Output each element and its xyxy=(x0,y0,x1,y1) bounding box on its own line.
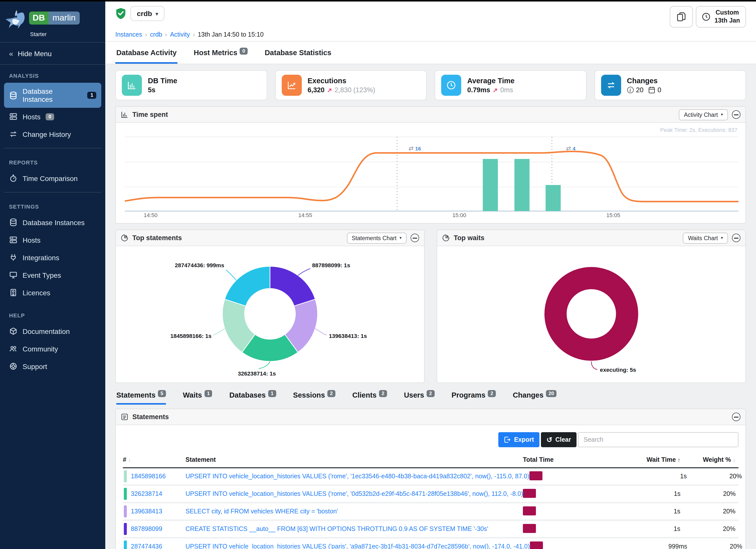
sidebar-item-integrations[interactable]: Integrations xyxy=(4,249,101,266)
donut-segment[interactable] xyxy=(225,266,270,306)
tab-changes[interactable]: Changes 20 xyxy=(513,391,557,405)
sidebar-item-settings-database-instances[interactable]: Database Instances xyxy=(4,214,101,231)
statement-id-link[interactable]: 139638413 xyxy=(131,508,162,515)
content: DB Time 5s Executions 6,320 ↗ xyxy=(105,64,756,549)
time-range-button[interactable]: Custom 13th Jan xyxy=(696,6,746,28)
table-row[interactable]: 1845898166 UPSERT INTO vehicle_location_… xyxy=(123,469,738,486)
monitor-icon xyxy=(9,271,18,279)
tab-label: Sessions xyxy=(293,391,325,399)
donut-segment[interactable] xyxy=(270,266,315,306)
sidebar-item-change-history[interactable]: Change History xyxy=(4,125,101,143)
hide-menu-button[interactable]: « Hide Menu xyxy=(0,43,105,65)
wait-time-value: 1s xyxy=(605,473,690,480)
tab-clients[interactable]: Clients 2 xyxy=(352,391,387,405)
instance-selector[interactable]: crdb ▾ xyxy=(130,6,165,21)
sidebar-item-documentation[interactable]: Documentation xyxy=(4,322,101,340)
sidebar-item-licences[interactable]: Licences xyxy=(4,284,101,301)
tab-waits[interactable]: Waits 1 xyxy=(183,391,212,405)
sidebar-item-community[interactable]: Community xyxy=(4,340,101,357)
donut-label: 1845898166: 1s xyxy=(170,333,211,339)
tab-users[interactable]: Users 2 xyxy=(404,391,434,405)
chart-type-label: Activity Chart xyxy=(684,112,718,118)
statement-link[interactable]: UPSERT INTO vehicle_location_histories V… xyxy=(185,473,529,480)
sidebar-item-time-comparison[interactable]: Time Comparison xyxy=(4,169,101,187)
breadcrumb-instances[interactable]: Instances xyxy=(115,31,142,38)
col-header-total-time[interactable]: Total Time xyxy=(523,456,598,464)
statement-link[interactable]: SELECT city, id FROM vehicles WHERE city… xyxy=(185,508,523,515)
statement-link[interactable]: UPSERT INTO vehicle_location_histories V… xyxy=(185,491,523,498)
statements-chart-selector[interactable]: Statements Chart ▾ xyxy=(347,233,407,244)
changes-count: 20 xyxy=(636,86,643,94)
time-spent-panel: Time spent Activity Chart ▾ Peak Time: 2… xyxy=(115,107,746,224)
sort-icon: ↓ xyxy=(128,457,131,463)
tab-label: Databases xyxy=(229,391,266,399)
col-header-id[interactable]: # ↓ xyxy=(123,456,185,464)
tab-database-statistics[interactable]: Database Statistics xyxy=(264,42,332,64)
events-count: 0 xyxy=(657,86,661,94)
search-input[interactable] xyxy=(578,432,738,447)
trend-up-icon: ↗ xyxy=(327,87,332,94)
waits-chart-selector[interactable]: Waits Chart ▾ xyxy=(683,233,728,244)
sidebar-item-hosts[interactable]: Hosts 0 xyxy=(4,108,101,125)
tab-statements[interactable]: Statements 5 xyxy=(116,391,166,405)
table-row[interactable]: 887898099 CREATE STATISTICS __auto__ FRO… xyxy=(123,521,738,539)
col-header-wait-time[interactable]: Wait Time ↑ xyxy=(598,456,683,464)
change-marker-label[interactable]: ⇄ 4 xyxy=(566,145,576,152)
tab-databases[interactable]: Databases 1 xyxy=(229,391,276,405)
tab-database-activity[interactable]: Database Activity xyxy=(115,42,178,64)
donut-segment[interactable] xyxy=(555,278,627,350)
sidebar-item-support[interactable]: Support xyxy=(4,357,101,375)
statement-link[interactable]: UPSERT INTO vehicle_location_histories V… xyxy=(185,543,530,549)
card-value: 5s xyxy=(148,86,155,94)
metric-cards: DB Time 5s Executions 6,320 ↗ xyxy=(115,70,746,101)
chart-type-label: Statements Chart xyxy=(352,235,397,241)
sidebar-item-label: Documentation xyxy=(23,327,70,335)
tab-sessions[interactable]: Sessions 2 xyxy=(293,391,335,405)
export-button[interactable]: Export xyxy=(499,432,539,447)
clock-icon xyxy=(702,13,711,21)
sidebar-section-analysis: ANALYSIS Database Instances 1 Hosts 0 xyxy=(0,65,105,151)
sidebar-item-settings-hosts[interactable]: Hosts xyxy=(4,231,101,249)
breadcrumb-crdb[interactable]: crdb xyxy=(150,31,162,38)
divider xyxy=(4,148,101,148)
collapse-panel-button[interactable] xyxy=(732,111,740,119)
statement-id-link[interactable]: 326238714 xyxy=(131,491,162,498)
statement-id-link[interactable]: 887898099 xyxy=(131,526,162,533)
swap-arrows-icon: ⇄ xyxy=(409,145,414,152)
col-header-statement[interactable]: Statement xyxy=(185,456,523,464)
collapse-panel-button[interactable] xyxy=(732,234,740,242)
breadcrumb-activity[interactable]: Activity xyxy=(170,31,190,38)
x-tick: 14:55 xyxy=(298,212,312,218)
collapse-panel-button[interactable] xyxy=(411,234,419,242)
table-row[interactable]: 139638413 SELECT city, id FROM vehicles … xyxy=(123,504,738,521)
col-header-weight[interactable]: Weight % ↓ xyxy=(683,456,738,464)
sidebar-section-reports: REPORTS Time Comparison xyxy=(0,151,105,196)
activity-chart-selector[interactable]: Activity Chart ▾ xyxy=(679,109,728,120)
statements-donut-chart[interactable]: 887898099: 1s 139638413: 1s 326238714: 1… xyxy=(116,246,424,383)
sidebar-item-database-instances[interactable]: Database Instances 1 xyxy=(4,83,101,108)
instance-name: crdb xyxy=(137,10,152,18)
tab-label: Statements xyxy=(116,391,155,399)
licence-icon xyxy=(9,288,18,297)
sidebar-item-event-types[interactable]: Event Types xyxy=(4,266,101,284)
copy-link-button[interactable] xyxy=(670,6,693,28)
main-tabs: Database Activity Host Metrics 0 Databas… xyxy=(105,42,756,64)
clear-button[interactable]: ↺ Clear xyxy=(541,432,577,447)
count-badge: 2 xyxy=(379,390,387,397)
tab-host-metrics[interactable]: Host Metrics 0 xyxy=(193,42,249,64)
collapse-panel-button[interactable] xyxy=(732,413,740,421)
sidebar-section-help: HELP Documentation Community Support xyxy=(0,304,105,378)
waits-donut-chart[interactable]: executing: 5s xyxy=(437,246,745,383)
tab-programs[interactable]: Programs 2 xyxy=(451,391,496,405)
line-chart-icon xyxy=(281,75,302,96)
window-top-edge xyxy=(0,0,756,2)
statement-id-link[interactable]: 1845898166 xyxy=(131,473,166,480)
wait-time-value: 1s xyxy=(598,526,683,533)
statement-id-link[interactable]: 287474436 xyxy=(131,543,162,549)
sidebar-item-label: Event Types xyxy=(23,271,61,279)
table-row[interactable]: 326238714 UPSERT INTO vehicle_location_h… xyxy=(123,486,738,504)
statement-link[interactable]: CREATE STATISTICS __auto__ FROM [63] WIT… xyxy=(185,526,523,533)
table-row[interactable]: 287474436 UPSERT INTO vehicle_location_h… xyxy=(123,539,738,549)
time-spent-chart[interactable]: Peak Time: 2s, Executions: 837 xyxy=(116,123,745,223)
change-marker-label[interactable]: ⇄ 16 xyxy=(409,145,421,152)
